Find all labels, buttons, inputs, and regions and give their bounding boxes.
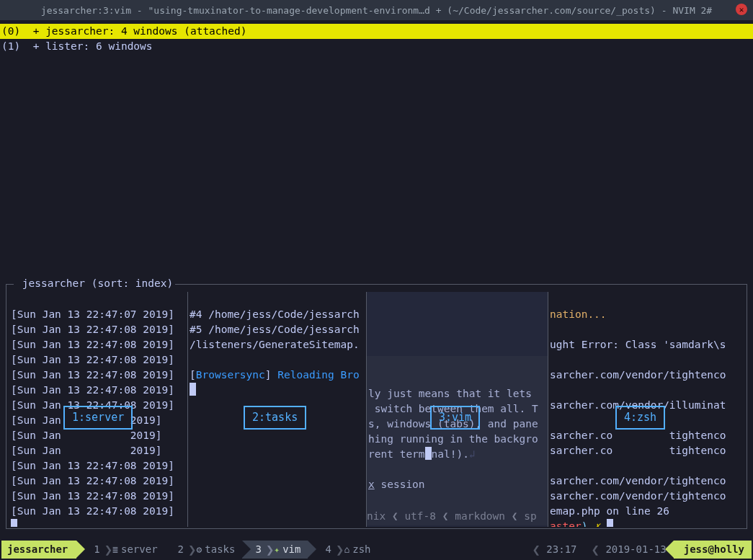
cursor [607, 519, 613, 527]
session-list: (0) + jessarcher: 4 windows (attached) (… [0, 20, 753, 54]
pane-server[interactable]: [Sun Jan 13 22:47:07 2019] [Sun Jan 13 2… [9, 292, 188, 527]
cursor [11, 519, 17, 527]
window-title: jessarcher:3:vim - "using-tmuxinator-to-… [41, 3, 712, 18]
status-window-tasks[interactable]: 2❯ ⚙tasks [165, 541, 243, 559]
overview-title: jessarcher (sort: index) [14, 276, 175, 291]
status-window-server[interactable]: 1❯ ≣server [76, 541, 164, 559]
status-session-name[interactable]: jessarcher [1, 541, 76, 559]
vim-status-line: nix ❮ utf-8 ❮ markdown ❮ sp [367, 509, 548, 524]
status-time: ❮ 23:17 [525, 541, 584, 559]
status-window-zsh[interactable]: 4❯ ⌂zsh [308, 541, 378, 559]
window-titlebar: jessarcher:3:vim - "using-tmuxinator-to-… [0, 0, 753, 20]
tasks-icon: ⚙ [196, 542, 202, 557]
pane-label-vim: 3:vim [430, 406, 480, 430]
status-host: jess@holly [674, 541, 752, 559]
status-date: ❮ 2019-01-13 [584, 541, 674, 559]
pane-zsh[interactable]: nation... ught Error: Class 'samdark\s s… [548, 292, 745, 527]
window-overview: jessarcher (sort: index) [Sun Jan 13 22:… [6, 284, 747, 529]
cursor [190, 383, 196, 396]
server-icon: ≣ [112, 542, 118, 557]
pane-label-zsh: 4:zsh [615, 406, 665, 430]
status-window-vim[interactable]: 3 ❯ ✦vim [242, 541, 308, 559]
close-icon[interactable]: ✕ [736, 4, 747, 15]
pane-tasks[interactable]: #4 /home/jess/Code/jessarch #5 /home/jes… [188, 292, 367, 527]
zsh-icon: ⌂ [344, 542, 349, 557]
pane-label-tasks: 2:tasks [244, 406, 306, 430]
session-item[interactable]: (1) + lister: 6 windows [0, 39, 753, 54]
session-item-attached[interactable]: (0) + jessarcher: 4 windows (attached) [0, 24, 753, 39]
cursor [425, 447, 432, 460]
pane-vim[interactable]: . ly just means that it lets switch betw… [367, 292, 548, 527]
pane-label-server: 1:server [63, 406, 133, 430]
tmux-statusbar: jessarcher 1❯ ≣server 2❯ ⚙tasks 3 ❯ ✦vim… [1, 541, 752, 559]
vim-icon: ✦ [274, 542, 280, 557]
